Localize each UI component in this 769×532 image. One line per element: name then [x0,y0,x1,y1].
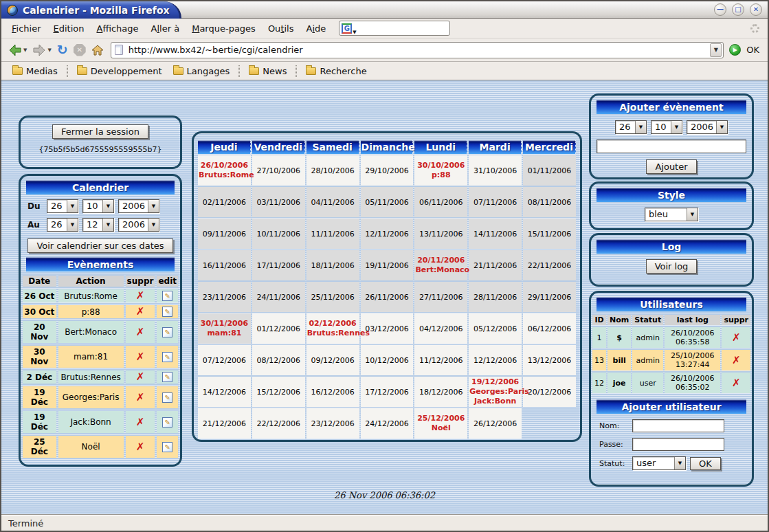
close-button[interactable]: ✕ [750,3,762,16]
bookmark-medias[interactable]: Medias [7,64,63,78]
edit-icon[interactable]: ✎ [162,417,172,428]
bookmark-langages[interactable]: Langages [168,64,236,78]
event-date: 2 Déc [23,370,56,384]
event-action: Jack:Bonn [58,411,124,433]
url-bar[interactable]: ▼ [111,42,724,58]
go-label[interactable]: OK [746,45,759,55]
delete-icon[interactable]: ✗ [136,441,145,453]
view-calendar-button[interactable]: Voir calendrier sur ces dates [27,239,172,253]
calendar-date: 07/11/2006 [469,198,521,207]
menu-affichage[interactable]: Affichage [90,21,144,36]
event-text-input[interactable] [597,140,746,153]
au-month-select[interactable]: 12▼ [82,218,114,232]
menu-aide[interactable]: Aide [300,21,332,36]
bookmark-recherche[interactable]: Recherche [300,64,372,78]
url-dropdown-button[interactable]: ▼ [710,43,722,57]
au-day-select[interactable]: 26▼ [47,218,78,232]
view-log-button[interactable]: Voir log [646,259,698,274]
delete-icon[interactable]: ✗ [136,416,145,428]
url-input[interactable] [127,44,711,56]
style-select[interactable]: bleu▼ [645,208,698,221]
du-day-select[interactable]: 26▼ [47,199,78,213]
du-year-select[interactable]: 2006▼ [118,199,159,213]
calendar-date: 26/11/2006 [361,293,413,302]
statut-label: Statut: [599,459,628,468]
bookmark-label: News [263,66,287,76]
calendar-day-cell: 14/12/2006 [198,377,251,407]
close-session-button[interactable]: Fermer la session [52,124,148,139]
forward-arrow-icon [32,44,46,56]
edit-icon[interactable]: ✎ [162,352,172,362]
calendar-day-cell: 21/11/2006 [469,250,522,280]
delete-icon[interactable]: ✗ [136,391,145,403]
delete-icon[interactable]: ✗ [732,377,741,389]
minimize-button[interactable]: — [714,3,726,16]
du-month-select[interactable]: 10▼ [82,199,114,213]
reload-button[interactable]: ↻ [56,42,69,58]
separator [296,65,297,77]
user-id: 1 [592,327,606,348]
add-event-button[interactable]: Ajouter [646,159,696,174]
delete-icon[interactable]: ✗ [732,354,741,366]
delete-icon[interactable]: ✗ [136,351,145,363]
calendar-date: 15/12/2006 [253,388,304,397]
calendar-date: 22/11/2006 [524,261,575,270]
nom-input[interactable] [632,419,724,432]
au-year-select[interactable]: 2006▼ [118,218,159,232]
calendar-day-cell: 04/12/2006 [414,313,467,344]
back-button[interactable]: ▼ [7,43,28,58]
edit-icon[interactable]: ✎ [162,327,172,337]
bookmark-news[interactable]: News [243,64,292,78]
delete-icon[interactable]: ✗ [732,331,741,344]
go-button[interactable]: ▶ [729,44,741,56]
calendar-date: 05/12/2006 [469,324,521,333]
delete-icon[interactable]: ✗ [136,289,145,302]
delete-icon[interactable]: ✗ [136,326,145,338]
edit-icon[interactable]: ✎ [162,291,172,301]
event-day-select[interactable]: 26▼ [615,120,647,134]
edit-icon[interactable]: ✎ [162,392,172,403]
chevron-down-icon[interactable]: ▼ [23,47,27,53]
calendar-date: 06/12/2006 [524,324,575,333]
event-action: p:88 [58,305,124,318]
event-date: 30 Nov [23,346,56,368]
event-month-select[interactable]: 10▼ [651,120,682,134]
edit-icon[interactable]: ✎ [162,442,172,452]
search-box[interactable]: G ▼ [339,21,450,36]
delete-icon[interactable]: ✗ [136,370,145,383]
user-row: 1$admin26/10/200606:35:58✗ [592,327,750,348]
ok-button[interactable]: OK [690,457,721,470]
calendar-day-cell: 02/11/2006 [198,187,251,217]
range-panel-title: Calendrier [26,180,175,195]
chevron-down-icon[interactable]: ▼ [47,47,51,53]
bookmark-developpement[interactable]: Developpement [71,64,168,78]
home-button[interactable] [90,43,105,57]
statut-select[interactable]: user▼ [632,456,686,470]
event-year-select[interactable]: 2006▼ [687,120,728,134]
chevron-down-icon: ▼ [102,200,113,212]
edit-icon[interactable]: ✎ [162,372,172,382]
calendar-event: p:88 [415,170,467,180]
menu-aller-[interactable]: Aller à [145,21,186,36]
calendar-date: 07/12/2006 [199,356,250,365]
search-input[interactable] [357,23,448,34]
menu-outils[interactable]: Outils [262,21,300,36]
log-title: Log [597,239,746,254]
calendar-date: 04/11/2006 [307,198,359,207]
menu-marque-pages[interactable]: Marque-pages [186,21,262,36]
stop-button[interactable]: ✕ [72,43,87,58]
calendar-date: 02/11/2006 [199,198,250,207]
menu-fichier[interactable]: Fichier [5,21,47,36]
passe-label: Passe: [599,440,628,449]
edit-icon[interactable]: ✎ [162,307,172,317]
maximize-button[interactable]: □ [732,3,744,16]
calendar-date: 23/11/2006 [199,293,250,302]
calendar-day-cell: 10/11/2006 [252,219,305,249]
event-date: 19 Déc [23,411,56,433]
calendar-date: 19/12/2006 [469,377,521,387]
passe-input[interactable] [632,438,724,451]
forward-button[interactable]: ▼ [31,43,52,58]
menu-edition[interactable]: Edition [47,21,91,36]
calendar-day-cell: 22/12/2006 [252,408,305,439]
delete-icon[interactable]: ✗ [136,305,145,318]
